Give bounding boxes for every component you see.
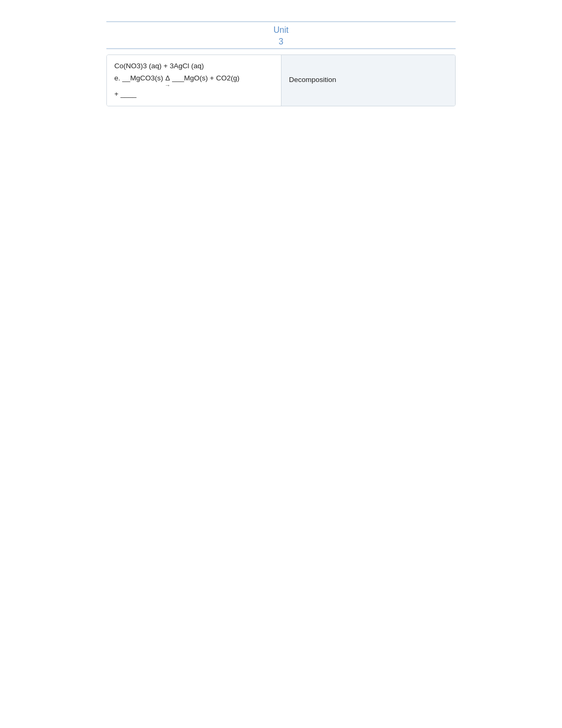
- reaction-type-value: Decomposition: [289, 74, 336, 86]
- delta-arrow-symbol: Δ →: [165, 75, 170, 88]
- top-divider: [106, 21, 456, 22]
- page-container: Unit 3 Co(NO3)3 (aq) + 3AgCl (aq) e. __M…: [0, 0, 562, 728]
- equation-line2: e. __MgCO3(s) Δ → ___MgO(s) + CO2(g): [114, 72, 274, 88]
- cell-equation: Co(NO3)3 (aq) + 3AgCl (aq) e. __MgCO3(s)…: [107, 55, 282, 106]
- unit-number: 3: [279, 36, 284, 48]
- bottom-divider: [106, 48, 456, 49]
- table-row: Co(NO3)3 (aq) + 3AgCl (aq) e. __MgCO3(s)…: [107, 55, 455, 106]
- header-section: Unit 3: [0, 0, 562, 49]
- equation-line1: Co(NO3)3 (aq) + 3AgCl (aq): [114, 60, 274, 72]
- cell-reaction-type: Decomposition: [282, 55, 455, 106]
- chemistry-table: Co(NO3)3 (aq) + 3AgCl (aq) e. __MgCO3(s)…: [106, 54, 456, 106]
- content-area: Co(NO3)3 (aq) + 3AgCl (aq) e. __MgCO3(s)…: [106, 54, 456, 106]
- equation-line3: + ____: [114, 88, 274, 101]
- unit-label: Unit: [274, 24, 288, 36]
